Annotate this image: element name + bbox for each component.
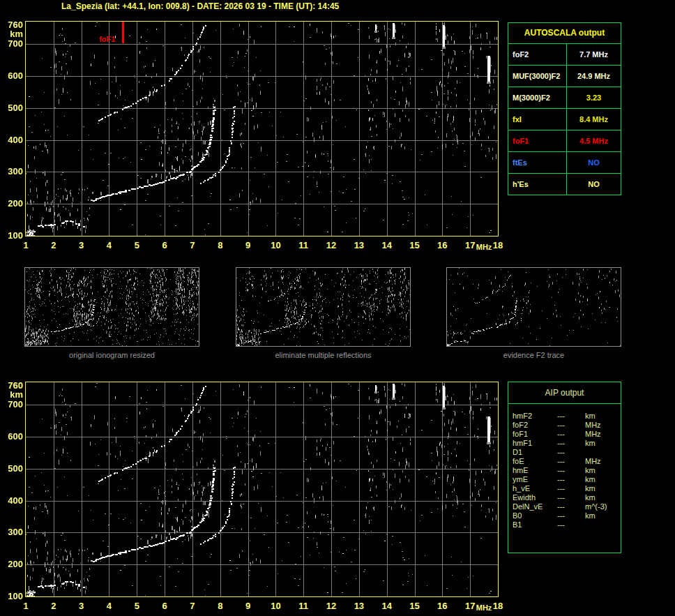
autoscala-row-label: fxI [508, 109, 567, 130]
x-axis-tick-10-bottom: 10 [264, 601, 287, 611]
aip-row-value: --- [557, 466, 585, 475]
aip-row-label: foE [508, 457, 557, 466]
y-axis-tick-400-bottom: 400 [0, 496, 23, 506]
aip-row-unit [585, 520, 621, 529]
aip-row-value: --- [557, 520, 585, 529]
ionogram-plot-bottom [25, 382, 499, 597]
aip-row-unit: km [585, 412, 621, 421]
y-axis-tick-500-bottom: 500 [0, 464, 23, 474]
aip-row-label: DelN_vE [508, 502, 557, 511]
thumbnail-caption-eliminate: eliminate multiple reflections [236, 351, 411, 359]
autoscala-row-label: h'Es [508, 174, 567, 195]
aip-row-label: B0 [508, 511, 557, 520]
x-axis-tick-6-bottom: 6 [153, 601, 176, 611]
aip-rows: hmF2---kmfoF2---MHzfoF1---MHzhmF1---kmD1… [508, 404, 621, 529]
y-axis-tick-700-bottom: 700 [0, 400, 23, 410]
aip-row-value: --- [557, 439, 585, 448]
aip-row-label: hmF1 [508, 439, 557, 448]
y-axis-tick-300-bottom: 300 [0, 527, 23, 537]
autoscala-rows: foF27.7 MHzMUF(3000)F224.9 MHzM(3000)F23… [508, 43, 621, 195]
aip-row-hmf2: hmF2---km [508, 412, 621, 421]
x-axis-tick-8-main: 8 [208, 240, 232, 250]
aip-row-b1: B1--- [508, 520, 621, 529]
aip-row-ewidth: Ewidth---km [508, 493, 621, 502]
x-axis-tick-14-bottom: 14 [375, 601, 399, 611]
autoscala-row-ftes: ftEsNO [508, 151, 621, 173]
aip-row-unit: MHz [585, 430, 621, 439]
x-axis-tick-16-bottom: 16 [430, 601, 454, 611]
aip-row-label: D1 [508, 448, 557, 457]
aip-row-unit: km [585, 493, 621, 502]
autoscala-row-value: 8.4 MHz [567, 109, 621, 130]
x-axis-tick-12-main: 12 [319, 240, 343, 250]
autoscala-app-window: La_Spezia (lat: +44.1, lon: 009.8) - DAT… [0, 0, 675, 616]
autoscala-row-label: MUF(3000)F2 [508, 66, 567, 87]
aip-row-value: --- [557, 412, 585, 421]
aip-row-value: --- [557, 475, 585, 484]
aip-row-unit: MHz [585, 421, 621, 430]
x-axis-unit-main: MHz [472, 243, 496, 251]
aip-row-unit: km [585, 484, 621, 493]
autoscala-row-value: NO [567, 152, 621, 173]
ionogram-canvas-main [26, 22, 498, 236]
aip-row-value: --- [557, 448, 585, 457]
x-axis-tick-15-bottom: 15 [403, 601, 427, 611]
aip-row-fof1: foF1---MHz [508, 430, 621, 439]
thumbnail-evidence-f2 [446, 267, 621, 347]
y-axis-tick-600-bottom: 600 [0, 432, 23, 442]
thumbnail-original-ionogram [24, 267, 199, 347]
x-axis-tick-16-main: 16 [430, 240, 454, 250]
autoscala-row-value: 4.5 MHz [567, 130, 621, 151]
x-axis-tick-9-bottom: 9 [236, 601, 260, 611]
x-axis-tick-3-bottom: 3 [70, 601, 93, 611]
aip-row-unit [585, 448, 621, 457]
x-axis-tick-6-main: 6 [153, 240, 176, 250]
aip-output-panel: AIP output hmF2---kmfoF2---MHzfoF1---MHz… [508, 382, 621, 553]
x-axis-unit-bottom: MHz [472, 603, 496, 612]
x-axis-tick-2-main: 2 [42, 240, 66, 250]
y-axis-tick-200-main: 200 [0, 199, 23, 209]
x-axis-tick-12-bottom: 12 [319, 601, 343, 611]
aip-row-label: B1 [508, 520, 557, 529]
x-axis-tick-1-bottom: 1 [14, 601, 38, 611]
aip-row-value: --- [557, 457, 585, 466]
autoscala-row-fxi: fxI8.4 MHz [508, 108, 621, 130]
x-axis-tick-5-main: 5 [125, 240, 149, 250]
aip-row-label: hmF2 [508, 412, 557, 421]
aip-row-label: hmE [508, 466, 557, 475]
aip-row-value: --- [557, 484, 585, 493]
aip-row-d1: D1--- [508, 448, 621, 457]
x-axis-tick-2-bottom: 2 [42, 601, 66, 611]
aip-row-hmf1: hmF1---km [508, 439, 621, 448]
x-axis-tick-4-main: 4 [97, 240, 121, 250]
x-axis-tick-9-main: 9 [236, 240, 260, 250]
fof1-marker-label: foF1 [99, 35, 115, 43]
autoscala-row-value: 7.7 MHz [567, 44, 621, 65]
y-axis-tick-500-main: 500 [0, 103, 23, 113]
autoscala-row-value: 3.23 [567, 87, 621, 108]
aip-row-hme: hmE---km [508, 466, 621, 475]
thumbnail-canvas-original [25, 268, 199, 346]
x-axis-tick-4-bottom: 4 [97, 601, 121, 611]
autoscala-row-fof1: foF14.5 MHz [508, 130, 621, 151]
aip-row-unit: km [585, 511, 621, 520]
aip-row-value: --- [557, 502, 585, 511]
x-axis-tick-14-main: 14 [375, 240, 399, 250]
page-title: La_Spezia (lat: +44.1, lon: 009.8) - DAT… [61, 1, 339, 11]
y-axis-tick-400-main: 400 [0, 135, 23, 145]
x-axis-tick-8-bottom: 8 [208, 601, 232, 611]
aip-row-label: Ewidth [508, 493, 557, 502]
thumbnail-canvas-eliminate [236, 268, 410, 346]
aip-row-delnve: DelN_vE---m^(-3) [508, 502, 621, 511]
x-axis-tick-11-main: 11 [291, 240, 315, 250]
y-axis-tick-700-main: 700 [0, 39, 23, 49]
x-axis-tick-15-main: 15 [403, 240, 427, 250]
x-axis-tick-13-main: 13 [347, 240, 371, 250]
aip-row-label: h_vE [508, 484, 557, 493]
y-axis-tick-200-bottom: 200 [0, 559, 23, 569]
aip-row-hve: h_vE---km [508, 484, 621, 493]
thumbnail-caption-evidence: evidence F2 trace [446, 351, 621, 359]
aip-panel-title: AIP output [508, 382, 621, 404]
aip-row-label: ymE [508, 475, 557, 484]
fof1-marker-line [122, 22, 124, 43]
